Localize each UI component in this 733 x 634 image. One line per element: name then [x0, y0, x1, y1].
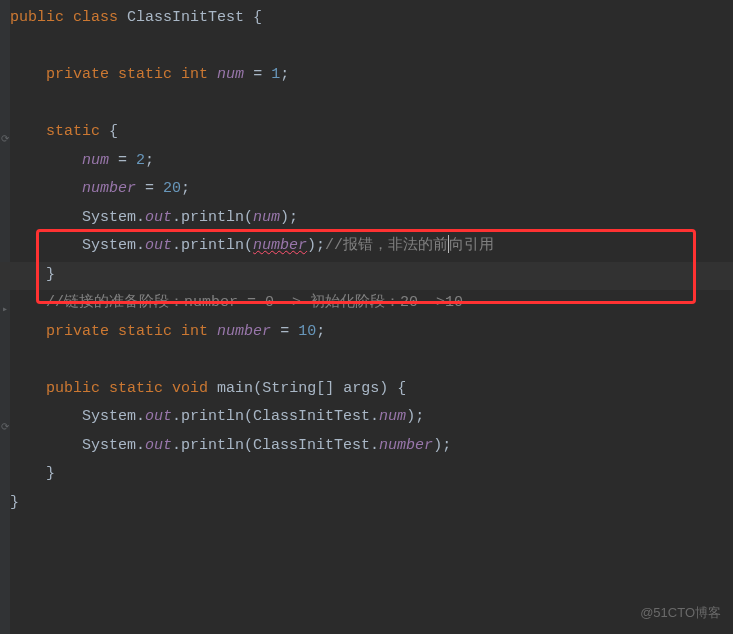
keyword: static [118, 323, 172, 340]
keyword: private [46, 323, 109, 340]
class-ref: System. [82, 437, 145, 454]
keyword: class [73, 9, 118, 26]
code-line[interactable]: //链接的准备阶段：number = 0 -> 初始化阶段：20 ->10 [10, 289, 733, 318]
number-literal: 2 [136, 152, 145, 169]
keyword: public [10, 9, 64, 26]
brace: { [244, 9, 262, 26]
semicolon: ; [316, 323, 325, 340]
brace: } [10, 494, 19, 511]
dot: . [172, 237, 181, 254]
code-line[interactable]: static { [10, 118, 733, 147]
code-line-empty[interactable] [10, 90, 733, 119]
field: out [145, 437, 172, 454]
semicolon: ; [145, 152, 154, 169]
code-line[interactable]: number = 20; [10, 175, 733, 204]
dot: . [172, 437, 181, 454]
method-call: println(ClassInitTest. [181, 408, 379, 425]
keyword: int [181, 323, 208, 340]
field: num [253, 209, 280, 226]
parameter: String[] args [262, 380, 379, 397]
field: number [82, 180, 136, 197]
keyword: static [109, 380, 163, 397]
code-line[interactable]: public static void main(String[] args) { [10, 375, 733, 404]
operator: = [136, 180, 163, 197]
close-paren-brace: ) { [379, 380, 406, 397]
field: num [82, 152, 109, 169]
code-line[interactable]: public class ClassInitTest { [10, 4, 733, 33]
number-literal: 20 [163, 180, 181, 197]
code-line[interactable]: } [10, 261, 733, 290]
field: out [145, 237, 172, 254]
class-ref: System. [82, 237, 145, 254]
keyword: static [118, 66, 172, 83]
code-line[interactable]: num = 2; [10, 147, 733, 176]
brace: } [46, 465, 55, 482]
watermark: @51CTO博客 [640, 601, 721, 626]
field: number [379, 437, 433, 454]
operator: = [244, 66, 271, 83]
code-line[interactable]: private static int num = 1; [10, 61, 733, 90]
code-line[interactable]: System.out.println(num); [10, 204, 733, 233]
code-line[interactable]: } [10, 489, 733, 518]
keyword: public [46, 380, 100, 397]
code-line[interactable]: System.out.println(number);//报错，非法的前向引用 [10, 232, 733, 261]
number-literal: 1 [271, 66, 280, 83]
open-paren: ( [253, 380, 262, 397]
comment: //报错，非法的前 [325, 237, 448, 254]
brace: } [46, 266, 55, 283]
number-literal: 10 [298, 323, 316, 340]
brace: { [100, 123, 118, 140]
field: num [217, 66, 244, 83]
operator: = [109, 152, 136, 169]
class-ref: System. [82, 209, 145, 226]
field: num [379, 408, 406, 425]
close-paren: ); [280, 209, 298, 226]
close-paren: ); [433, 437, 451, 454]
code-line[interactable]: System.out.println(ClassInitTest.num); [10, 403, 733, 432]
keyword: void [172, 380, 208, 397]
class-ref: System. [82, 408, 145, 425]
field: number [217, 323, 271, 340]
keyword: static [46, 123, 100, 140]
field: out [145, 408, 172, 425]
comment: 向引用 [449, 237, 494, 254]
code-line-empty[interactable] [10, 346, 733, 375]
class-name: ClassInitTest [127, 9, 244, 26]
field: out [145, 209, 172, 226]
code-line[interactable]: private static int number = 10; [10, 318, 733, 347]
text-cursor [448, 235, 449, 253]
close-paren: ); [307, 237, 325, 254]
method-call: println(ClassInitTest. [181, 437, 379, 454]
comment: //链接的准备阶段：number = 0 -> 初始化阶段：20 ->10 [46, 294, 463, 311]
keyword: private [46, 66, 109, 83]
keyword: int [181, 66, 208, 83]
code-editor[interactable]: public class ClassInitTest { private sta… [0, 0, 733, 517]
semicolon: ; [181, 180, 190, 197]
method-name: main [217, 380, 253, 397]
close-paren: ); [406, 408, 424, 425]
method-call: println( [181, 237, 253, 254]
code-line[interactable]: } [10, 460, 733, 489]
code-line[interactable]: System.out.println(ClassInitTest.number)… [10, 432, 733, 461]
operator: = [271, 323, 298, 340]
semicolon: ; [280, 66, 289, 83]
dot: . [172, 408, 181, 425]
code-line-empty[interactable] [10, 33, 733, 62]
method-call: println( [181, 209, 253, 226]
error-field: number [253, 237, 307, 254]
dot: . [172, 209, 181, 226]
